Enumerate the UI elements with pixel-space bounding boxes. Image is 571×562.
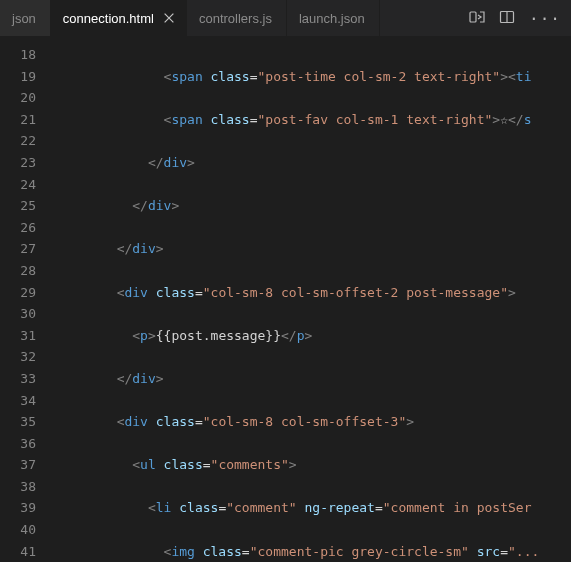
line-number: 24 xyxy=(0,174,36,196)
line-number: 40 xyxy=(0,519,36,541)
tab-label: json xyxy=(10,11,40,26)
line-number: 37 xyxy=(0,454,36,476)
line-number: 41 xyxy=(0,541,36,562)
line-number: 36 xyxy=(0,433,36,455)
line-number: 39 xyxy=(0,497,36,519)
close-icon[interactable] xyxy=(162,11,176,25)
line-number: 32 xyxy=(0,346,36,368)
tab-label: controllers.js xyxy=(197,11,276,26)
tab-label: connection.html xyxy=(61,11,158,26)
line-number: 19 xyxy=(0,66,36,88)
code-editor[interactable]: 18 19 20 21 22 23 24 25 26 27 28 29 30 3… xyxy=(0,36,571,562)
line-number: 29 xyxy=(0,282,36,304)
line-number: 23 xyxy=(0,152,36,174)
line-number: 34 xyxy=(0,390,36,412)
tab-actions: ··· xyxy=(459,9,571,28)
line-number-gutter: 18 19 20 21 22 23 24 25 26 27 28 29 30 3… xyxy=(0,36,50,562)
svg-rect-0 xyxy=(470,12,476,22)
line-number: 35 xyxy=(0,411,36,433)
compare-icon[interactable] xyxy=(469,9,485,28)
tab-json[interactable]: json xyxy=(0,0,51,36)
line-number: 18 xyxy=(0,44,36,66)
editor-tabs: json connection.html controllers.js laun… xyxy=(0,0,571,36)
line-number: 21 xyxy=(0,109,36,131)
line-number: 20 xyxy=(0,87,36,109)
tab-launch-json[interactable]: launch.json xyxy=(287,0,380,36)
line-number: 25 xyxy=(0,195,36,217)
tab-label: launch.json xyxy=(297,11,369,26)
tab-controllers-js[interactable]: controllers.js xyxy=(187,0,287,36)
line-number: 30 xyxy=(0,303,36,325)
line-number: 22 xyxy=(0,130,36,152)
line-number: 28 xyxy=(0,260,36,282)
split-editor-icon[interactable] xyxy=(499,9,515,28)
line-number: 38 xyxy=(0,476,36,498)
line-number: 31 xyxy=(0,325,36,347)
line-number: 26 xyxy=(0,217,36,239)
more-actions-icon[interactable]: ··· xyxy=(529,9,561,28)
tab-connection-html[interactable]: connection.html xyxy=(51,0,187,36)
line-number: 27 xyxy=(0,238,36,260)
code-content[interactable]: <span class="post-time col-sm-2 text-rig… xyxy=(50,36,571,562)
line-number: 33 xyxy=(0,368,36,390)
